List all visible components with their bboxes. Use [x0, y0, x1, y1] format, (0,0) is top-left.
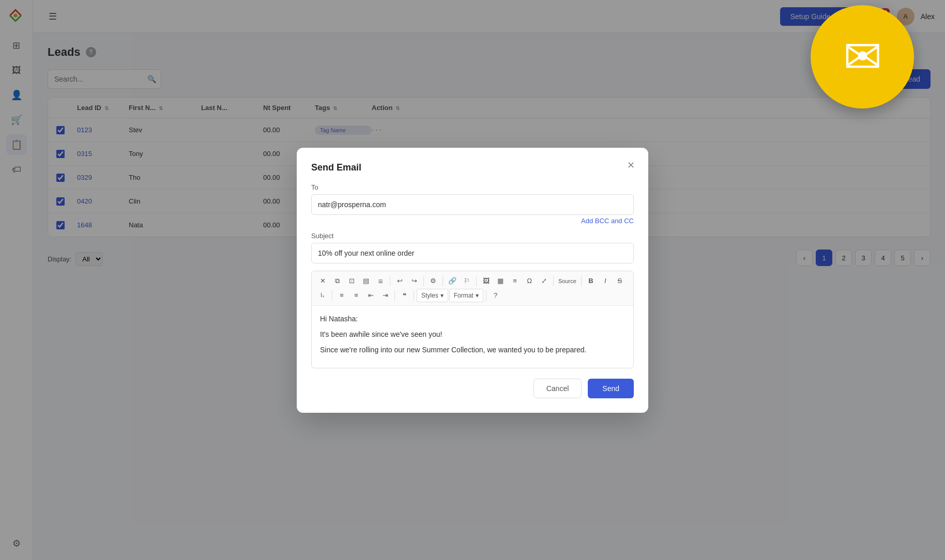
tb-undo[interactable]: ↩ — [393, 274, 406, 288]
tb-divider — [553, 276, 554, 286]
editor-line-1: Hi Natasha: — [320, 313, 625, 324]
send-email-modal: Send Email ✕ To Add BCC and CC Subject ✕… — [297, 148, 648, 413]
tb-divider — [581, 276, 582, 286]
tb-blockquote[interactable]: ❝ — [398, 289, 411, 302]
tb-divider — [414, 290, 414, 301]
email-envelope-icon: ✉ — [843, 34, 882, 80]
tb-copy[interactable]: ⧉ — [330, 274, 344, 288]
tb-list[interactable]: ≡ — [508, 274, 522, 288]
email-float-icon: ✉ — [811, 5, 914, 108]
modal-overlay: Send Email ✕ To Add BCC and CC Subject ✕… — [0, 0, 945, 560]
tb-find[interactable]: ⚙ — [426, 274, 440, 288]
tb-paste-word[interactable]: ⧆ — [374, 274, 387, 288]
tb-bold[interactable]: B — [584, 274, 598, 288]
tb-divider — [390, 276, 390, 286]
editor-line-2: It's been awhile since we've seen you! — [320, 329, 625, 340]
tb-strikethrough[interactable]: S — [613, 274, 627, 288]
email-editor: ✕ ⧉ ⊡ ▤ ⧆ ↩ ↪ ⚙ 🔗 ⚐ 🖼 ▦ ≡ Ω ⤢ Sou — [311, 271, 634, 368]
tb-divider — [332, 290, 332, 301]
subject-input[interactable] — [311, 243, 634, 263]
tb-maximize[interactable]: ⤢ — [537, 274, 551, 288]
add-bcc-button[interactable]: Add BCC and CC — [311, 217, 634, 225]
tb-image[interactable]: 🖼 — [479, 274, 493, 288]
tb-help[interactable]: ? — [489, 289, 502, 302]
tb-format-dropdown[interactable]: Format ▾ — [449, 289, 483, 302]
editor-body[interactable]: Hi Natasha: It's been awhile since we've… — [312, 306, 633, 368]
tb-redo[interactable]: ↪ — [407, 274, 421, 288]
tb-divider — [423, 276, 424, 286]
modal-close-button[interactable]: ✕ — [623, 158, 638, 173]
tb-paste[interactable]: ⊡ — [345, 274, 358, 288]
tb-divider — [394, 290, 395, 301]
modal-footer: Cancel Send — [311, 379, 634, 398]
send-button[interactable]: Send — [588, 379, 634, 398]
tb-table[interactable]: ▦ — [494, 274, 507, 288]
tb-indent[interactable]: ⇥ — [378, 289, 392, 302]
tb-ordered-list[interactable]: ≡ — [335, 289, 348, 302]
editor-line-3: Since we're rolling into our new Summer … — [320, 344, 625, 355]
tb-italic[interactable]: I — [599, 274, 612, 288]
tb-unlink[interactable]: ⚐ — [460, 274, 474, 288]
tb-styles-dropdown[interactable]: Styles ▾ — [417, 289, 448, 302]
tb-unordered-list[interactable]: ≡ — [349, 289, 363, 302]
tb-divider — [486, 290, 486, 301]
cancel-button[interactable]: Cancel — [534, 379, 582, 398]
to-label: To — [311, 183, 634, 191]
tb-divider — [476, 276, 477, 286]
subject-label: Subject — [311, 232, 634, 240]
tb-link[interactable]: 🔗 — [446, 274, 459, 288]
tb-paste-text[interactable]: ▤ — [359, 274, 373, 288]
tb-special-char[interactable]: Ω — [523, 274, 536, 288]
tb-source-button[interactable]: Source — [556, 274, 578, 288]
editor-toolbar: ✕ ⧉ ⊡ ▤ ⧆ ↩ ↪ ⚙ 🔗 ⚐ 🖼 ▦ ≡ Ω ⤢ Sou — [312, 271, 633, 306]
tb-cut[interactable]: ✕ — [316, 274, 329, 288]
tb-outdent[interactable]: ⇤ — [364, 289, 377, 302]
to-input[interactable] — [311, 194, 634, 215]
tb-divider — [443, 276, 443, 286]
modal-title: Send Email — [311, 162, 634, 173]
tb-remove-format[interactable]: Iₓ — [316, 289, 329, 302]
